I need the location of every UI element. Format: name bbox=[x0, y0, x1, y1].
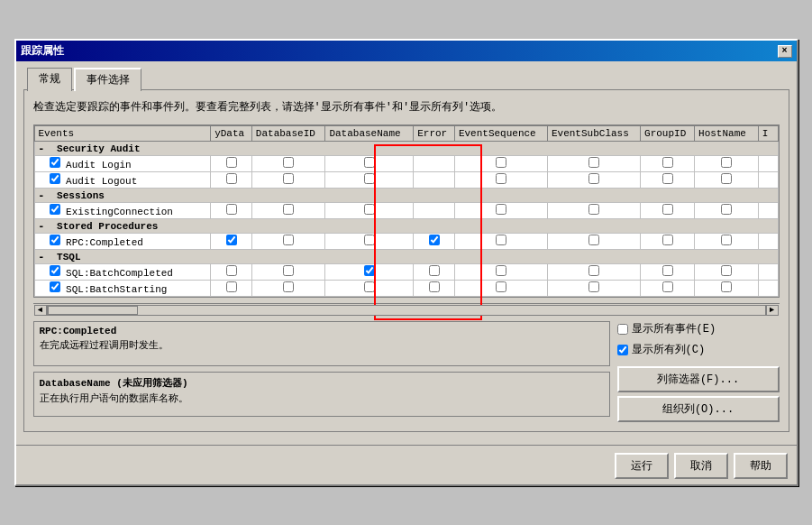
security-audit-label: Security Audit bbox=[57, 143, 140, 154]
event-name-batch-starting: SQL:BatchStarting bbox=[34, 281, 211, 297]
existing-conn-check[interactable] bbox=[50, 204, 60, 215]
table-row: SQL:BatchStarting bbox=[34, 281, 778, 297]
hscrollbar-area: ◄ ► bbox=[33, 303, 780, 316]
cb-rpc-hostname[interactable] bbox=[721, 235, 732, 245]
tab-event-selection[interactable]: 事件选择 bbox=[74, 68, 141, 91]
cb-bc-grpid[interactable] bbox=[662, 265, 673, 276]
batch-starting-check[interactable] bbox=[50, 281, 60, 292]
cb-alo-dbid[interactable] bbox=[283, 173, 294, 184]
cb-rpc-dbid[interactable] bbox=[283, 235, 294, 245]
run-button[interactable]: 运行 bbox=[615, 453, 669, 479]
cb-alo-dbname[interactable] bbox=[364, 173, 375, 184]
table-header-row: Events yData DatabaseID DatabaseName Err… bbox=[34, 126, 778, 142]
sessions-label: Sessions bbox=[57, 190, 105, 201]
cb-alo-grpid[interactable] bbox=[662, 173, 673, 184]
table-row: SQL:BatchCompleted bbox=[34, 264, 778, 281]
window-title: 跟踪属性 bbox=[21, 43, 64, 59]
audit-login-error bbox=[414, 156, 455, 172]
cb-al-ydata[interactable] bbox=[226, 157, 237, 168]
cb-rpc-grpid[interactable] bbox=[662, 235, 673, 245]
cb-al-dbname[interactable] bbox=[364, 157, 375, 168]
cb-ec-evseq[interactable] bbox=[496, 204, 506, 215]
event-name-audit-logout: Audit Logout bbox=[34, 172, 211, 189]
audit-login-evsubcls bbox=[547, 156, 640, 172]
col-filter-button[interactable]: 列筛选器(F)... bbox=[617, 366, 780, 392]
col-hostname: HostName bbox=[695, 126, 759, 142]
category-sessions: - Sessions bbox=[34, 189, 778, 203]
audit-logout-check[interactable] bbox=[50, 173, 60, 184]
cb-ec-dbid[interactable] bbox=[283, 204, 294, 215]
show-all-events-label: 显示所有事件(E) bbox=[632, 321, 716, 336]
cb-bs-grpid[interactable] bbox=[662, 281, 673, 292]
collapse-tsql[interactable]: - bbox=[39, 251, 50, 262]
rpc-completed-check[interactable] bbox=[50, 235, 60, 245]
batch-completed-check[interactable] bbox=[50, 265, 60, 276]
cb-bs-hostname[interactable] bbox=[721, 281, 732, 292]
cb-rpc-ydata[interactable] bbox=[226, 235, 237, 245]
collapse-security-audit[interactable]: - bbox=[39, 143, 50, 154]
cb-ec-grpid[interactable] bbox=[662, 204, 673, 215]
hscroll-thumb[interactable] bbox=[48, 306, 138, 315]
collapse-sessions[interactable]: - bbox=[39, 189, 50, 201]
cb-bs-dbid[interactable] bbox=[283, 281, 294, 292]
cb-alo-evsubcls[interactable] bbox=[588, 173, 599, 184]
cancel-button[interactable]: 取消 bbox=[674, 453, 728, 479]
cb-al-hostname[interactable] bbox=[721, 157, 732, 168]
title-bar: 跟踪属性 × bbox=[16, 41, 797, 61]
collapse-stored-procs[interactable]: - bbox=[39, 220, 50, 232]
cb-alo-evseq[interactable] bbox=[496, 173, 506, 184]
cb-alo-hostname[interactable] bbox=[721, 173, 732, 184]
cb-ec-evsubcls[interactable] bbox=[588, 204, 599, 215]
audit-login-grpid bbox=[641, 156, 695, 172]
show-all-events-row: 显示所有事件(E) bbox=[617, 321, 780, 336]
cb-bc-evseq[interactable] bbox=[496, 265, 506, 276]
cb-al-grpid[interactable] bbox=[662, 157, 673, 168]
cb-bc-ydata[interactable] bbox=[226, 265, 237, 276]
cb-ec-ydata[interactable] bbox=[226, 204, 237, 215]
event-name-audit-login: Audit Login bbox=[34, 156, 211, 172]
event-name-batch-completed: SQL:BatchCompleted bbox=[34, 264, 211, 281]
audit-login-check[interactable] bbox=[50, 157, 60, 168]
category-security-audit: - Security Audit bbox=[34, 142, 778, 156]
cb-alo-ydata[interactable] bbox=[226, 173, 237, 184]
table-row: Audit Login bbox=[34, 156, 778, 172]
cb-rpc-error[interactable] bbox=[429, 235, 440, 245]
audit-login-hostname bbox=[695, 156, 759, 172]
cb-bc-dbname[interactable] bbox=[364, 265, 375, 276]
scroll-right-btn[interactable]: ► bbox=[766, 305, 779, 316]
cb-al-evseq[interactable] bbox=[496, 157, 506, 168]
col-eventsubclass: EventSubClass bbox=[547, 126, 640, 142]
show-all-cols-checkbox[interactable] bbox=[617, 345, 628, 355]
cb-bc-error[interactable] bbox=[429, 265, 440, 276]
col-i: I bbox=[758, 126, 778, 142]
filter-info-panel: DatabaseName (未应用筛选器) 正在执行用户语句的数据库名称。 bbox=[33, 372, 610, 417]
cb-bc-evsubcls[interactable] bbox=[588, 265, 599, 276]
cb-bc-hostname[interactable] bbox=[721, 265, 732, 276]
close-button[interactable]: × bbox=[778, 45, 792, 58]
cb-ec-dbname[interactable] bbox=[364, 204, 375, 215]
hscroll-track[interactable] bbox=[47, 305, 766, 316]
cb-bc-dbid[interactable] bbox=[283, 265, 294, 276]
cb-bs-evseq[interactable] bbox=[496, 281, 506, 292]
cb-bs-dbname[interactable] bbox=[364, 281, 375, 292]
group-cols-button[interactable]: 组织列(O)... bbox=[617, 396, 780, 422]
cb-bs-error[interactable] bbox=[429, 281, 440, 292]
cb-al-evsubcls[interactable] bbox=[588, 157, 599, 168]
cb-bs-evsubcls[interactable] bbox=[588, 281, 599, 292]
event-name-rpc-completed: RPC:Completed bbox=[34, 234, 211, 250]
audit-login-dbid bbox=[251, 156, 325, 172]
tab-general[interactable]: 常规 bbox=[27, 68, 72, 91]
scroll-left-btn[interactable]: ◄ bbox=[34, 305, 47, 316]
cb-bs-ydata[interactable] bbox=[226, 281, 237, 292]
event-info-title: RPC:Completed bbox=[40, 326, 604, 336]
cb-ec-hostname[interactable] bbox=[721, 204, 732, 215]
audit-login-dbname bbox=[325, 156, 414, 172]
cb-al-dbid[interactable] bbox=[283, 157, 294, 168]
window-content: 常规 事件选择 检查选定要跟踪的事件和事件列。要查看完整列表，请选择'显示所有事… bbox=[16, 61, 797, 439]
col-databasename: DatabaseName bbox=[325, 126, 414, 142]
cb-rpc-dbname[interactable] bbox=[364, 235, 375, 245]
help-button[interactable]: 帮助 bbox=[734, 453, 788, 479]
cb-rpc-evseq[interactable] bbox=[496, 235, 506, 245]
cb-rpc-evsubcls[interactable] bbox=[588, 235, 599, 245]
show-all-events-checkbox[interactable] bbox=[617, 324, 628, 335]
